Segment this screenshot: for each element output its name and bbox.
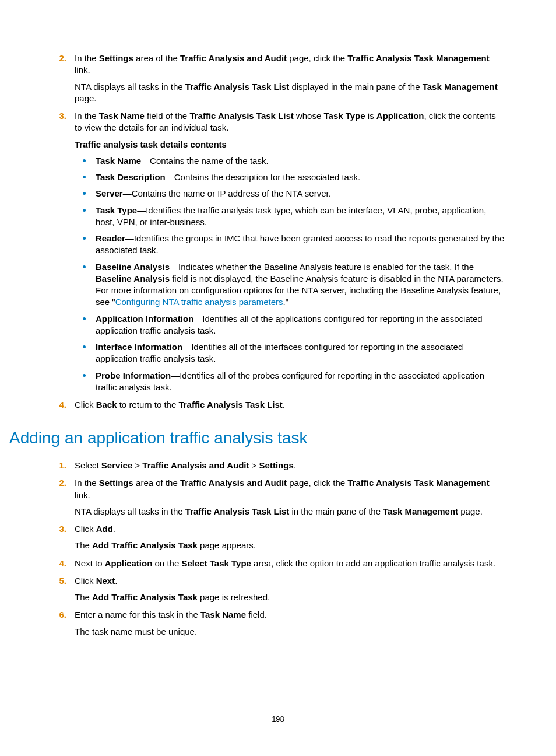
detail-bullet-item: Task Name—Contains the name of the task. [75, 155, 505, 167]
instruction-step: 3.Click Add.The Add Traffic Analysis Tas… [51, 523, 505, 552]
instruction-step: 2.In the Settings area of the Traffic An… [51, 52, 505, 104]
step-body: Click Next.The Add Traffic Analysis Task… [75, 575, 505, 604]
step-body: Next to Application on the Select Task T… [75, 558, 505, 569]
step-body: Select Service > Traffic Analysis and Au… [75, 460, 505, 471]
detail-bullet-item: Task Description—Contains the descriptio… [75, 172, 505, 183]
step-text: In the Task Name field of the Traffic An… [75, 110, 505, 134]
step-body: In the Settings area of the Traffic Anal… [75, 52, 505, 104]
step-number: 2. [51, 477, 66, 489]
instruction-step: 4.Click Back to return to the Traffic An… [51, 399, 505, 411]
detail-bullet-list: Task Name—Contains the name of the task.… [75, 155, 505, 393]
step-number: 3. [51, 523, 66, 535]
step-text: Click Add. [75, 523, 505, 535]
detail-bullet-item: Task Type—Identifies the traffic analysi… [75, 205, 505, 229]
step-number: 2. [51, 52, 66, 64]
detail-bullet-item: Interface Information—Identifies all of … [75, 341, 505, 365]
instruction-step: 6.Enter a name for this task in the Task… [51, 609, 505, 638]
detail-bullet-item: Reader—Identifies the groups in IMC that… [75, 233, 505, 257]
step-body: Click Back to return to the Traffic Anal… [75, 399, 505, 411]
step-after-text: The Add Traffic Analysis Task page appea… [75, 540, 505, 551]
step-subheading: Traffic analysis task details contents [75, 139, 505, 150]
step-text: Next to Application on the Select Task T… [75, 558, 505, 569]
step-body: In the Settings area of the Traffic Anal… [75, 477, 505, 517]
step-number: 6. [51, 609, 66, 621]
step-body: Click Add.The Add Traffic Analysis Task … [75, 523, 505, 552]
section-heading: Adding an application traffic analysis t… [9, 427, 505, 449]
detail-bullet-item: Server—Contains the name or IP address o… [75, 188, 505, 200]
instruction-step: 4.Next to Application on the Select Task… [51, 558, 505, 569]
step-after-text: The Add Traffic Analysis Task page is re… [75, 592, 505, 603]
step-text: Select Service > Traffic Analysis and Au… [75, 460, 505, 471]
detail-bullet-item: Application Information—Identifies all o… [75, 313, 505, 337]
instruction-step: 5.Click Next.The Add Traffic Analysis Ta… [51, 575, 505, 604]
instruction-list-1: 2.In the Settings area of the Traffic An… [51, 52, 505, 411]
step-body: In the Task Name field of the Traffic An… [75, 110, 505, 393]
step-text: Enter a name for this task in the Task N… [75, 609, 505, 621]
step-number: 4. [51, 558, 66, 569]
step-text: Click Next. [75, 575, 505, 587]
step-after-text: NTA displays all tasks in the Traffic An… [75, 81, 505, 105]
page-number: 198 [0, 714, 556, 724]
instruction-step: 2.In the Settings area of the Traffic An… [51, 477, 505, 517]
step-number: 1. [51, 460, 66, 471]
step-text: Click Back to return to the Traffic Anal… [75, 399, 505, 411]
config-params-link[interactable]: Configuring NTA traffic analysis paramet… [115, 297, 283, 307]
step-number: 4. [51, 399, 66, 411]
detail-bullet-item: Baseline Analysis—Indicates whether the … [75, 261, 505, 309]
instruction-step: 1.Select Service > Traffic Analysis and … [51, 460, 505, 471]
step-text: In the Settings area of the Traffic Anal… [75, 52, 505, 76]
step-text: In the Settings area of the Traffic Anal… [75, 477, 505, 501]
step-number: 3. [51, 110, 66, 122]
instruction-step: 3.In the Task Name field of the Traffic … [51, 110, 505, 393]
instruction-list-2: 1.Select Service > Traffic Analysis and … [51, 460, 505, 638]
step-after-text: The task name must be unique. [75, 626, 505, 638]
step-body: Enter a name for this task in the Task N… [75, 609, 505, 638]
step-after-text: NTA displays all tasks in the Traffic An… [75, 506, 505, 517]
step-number: 5. [51, 575, 66, 587]
document-page: 2.In the Settings area of the Traffic An… [0, 0, 556, 756]
detail-bullet-item: Probe Information—Identifies all of the … [75, 370, 505, 394]
